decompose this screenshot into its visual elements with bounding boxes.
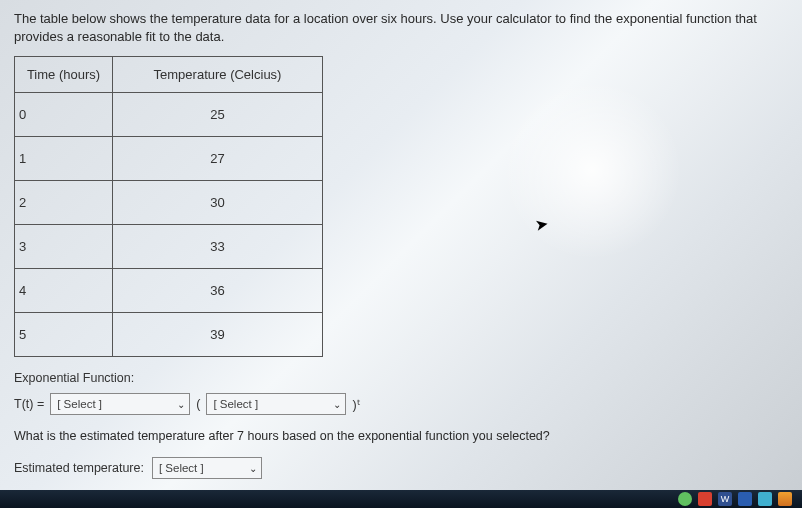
table-row: 2 30 — [15, 181, 323, 225]
function-tail: )ᵗ — [352, 397, 360, 412]
cell-temp: 30 — [113, 181, 322, 224]
cell-time: 5 — [15, 313, 112, 356]
cell-temp: 36 — [113, 269, 322, 312]
paren-open: ( — [196, 397, 200, 411]
chevron-down-icon: ⌄ — [249, 463, 257, 474]
estimate-label: Estimated temperature: — [14, 461, 144, 475]
taskbar-word-icon[interactable]: W — [718, 492, 732, 506]
table-header-row: Time (hours) Temperature (Celcius) — [15, 57, 323, 93]
estimate-row: Estimated temperature: [ Select ] ⌄ — [14, 457, 788, 479]
select-placeholder: [ Select ] — [159, 462, 204, 474]
cell-temp: 39 — [113, 313, 322, 356]
taskbar-icon[interactable] — [778, 492, 792, 506]
table-row: 5 39 — [15, 313, 323, 357]
table-row: 0 25 — [15, 93, 323, 137]
cell-temp: 27 — [113, 137, 322, 180]
screen-glare — [502, 80, 682, 260]
select-placeholder: [ Select ] — [213, 398, 258, 410]
function-input-row: T(t) = [ Select ] ⌄ ( [ Select ] ⌄ )ᵗ — [14, 393, 788, 415]
taskbar-icon[interactable] — [698, 492, 712, 506]
chevron-down-icon: ⌄ — [333, 399, 341, 410]
taskbar-icon[interactable] — [738, 492, 752, 506]
data-table: Time (hours) Temperature (Celcius) 0 25 … — [14, 56, 323, 357]
followup-question: What is the estimated temperature after … — [14, 429, 788, 443]
table-row: 4 36 — [15, 269, 323, 313]
header-time: Time (hours) — [15, 57, 112, 92]
exponential-function-label: Exponential Function: — [14, 371, 788, 385]
cell-time: 1 — [15, 137, 112, 180]
taskbar-icon[interactable] — [678, 492, 692, 506]
estimate-select[interactable]: [ Select ] ⌄ — [152, 457, 262, 479]
problem-statement: The table below shows the temperature da… — [14, 10, 788, 46]
cell-temp: 25 — [113, 93, 322, 136]
function-lhs: T(t) = — [14, 397, 44, 411]
table-row: 1 27 — [15, 137, 323, 181]
cell-time: 2 — [15, 181, 112, 224]
windows-taskbar[interactable]: W — [0, 490, 802, 508]
mouse-cursor-icon: ➤ — [533, 214, 549, 235]
cell-time: 4 — [15, 269, 112, 312]
select-placeholder: [ Select ] — [57, 398, 102, 410]
header-temp: Temperature (Celcius) — [113, 57, 322, 92]
cell-temp: 33 — [113, 225, 322, 268]
base-select[interactable]: [ Select ] ⌄ — [206, 393, 346, 415]
cell-time: 0 — [15, 93, 112, 136]
coefficient-select[interactable]: [ Select ] ⌄ — [50, 393, 190, 415]
cell-time: 3 — [15, 225, 112, 268]
table-row: 3 33 — [15, 225, 323, 269]
taskbar-icon[interactable] — [758, 492, 772, 506]
chevron-down-icon: ⌄ — [177, 399, 185, 410]
